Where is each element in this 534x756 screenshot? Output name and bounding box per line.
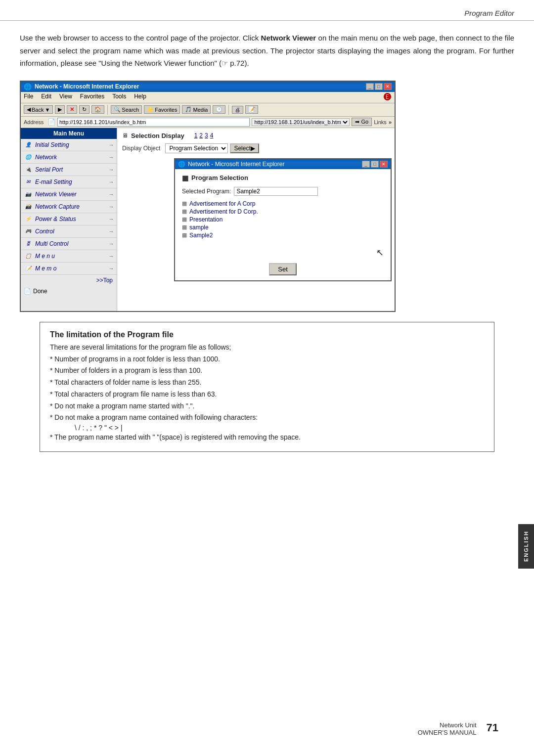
initial-setting-icon: 👤: [24, 140, 33, 149]
back-button[interactable]: ◀ Back ▼: [24, 105, 53, 114]
sidebar-item-serial-port[interactable]: 🔌 Serial Port →: [21, 164, 117, 176]
file-icon-0: ▦: [182, 200, 187, 207]
sidebar-item-network-capture[interactable]: 📸 Network Capture →: [21, 201, 117, 213]
browser-icon: 🌐: [24, 83, 32, 90]
page-num-2[interactable]: 2: [199, 132, 203, 139]
limitation-box: The limitation of the Program file There…: [40, 322, 494, 452]
menu-edit[interactable]: Edit: [41, 93, 51, 102]
titlebar-buttons: _ □ ✕: [366, 83, 392, 90]
page-num-1[interactable]: 1: [194, 132, 198, 139]
program-list-item-2[interactable]: ▦ Presentation: [182, 216, 384, 223]
address-input[interactable]: [57, 118, 250, 127]
menu-help[interactable]: Help: [134, 93, 146, 102]
inner-minimize-button[interactable]: _: [362, 161, 370, 168]
sidebar-label-memo: M e m o: [35, 265, 108, 272]
file-icon-3: ▦: [182, 224, 187, 230]
sidebar-label-email: E-mail Setting: [35, 178, 108, 185]
inner-close-button[interactable]: ✕: [380, 161, 388, 168]
address-dropdown[interactable]: http://192.168.1.201/us/index_b.htm: [252, 118, 350, 126]
go-arrow-icon: ➡: [355, 119, 359, 125]
sidebar-item-menu[interactable]: 📋 M e n u →: [21, 250, 117, 263]
limitation-item-2: * Total characters of folder name is les…: [50, 377, 484, 389]
favorites-button[interactable]: ⭐ Favorites: [144, 105, 180, 114]
menu-file[interactable]: File: [24, 93, 33, 102]
memo-icon: 📝: [24, 264, 33, 273]
arrow-network-viewer-icon: →: [108, 191, 114, 197]
back-dropdown-icon: ▼: [44, 107, 50, 113]
edit-button[interactable]: 📝: [245, 105, 258, 114]
program-name-2: Presentation: [189, 216, 222, 223]
program-selection-heading: Program Selection: [191, 174, 248, 181]
sidebar-item-memo[interactable]: 📝 M e m o →: [21, 263, 117, 275]
browser-titlebar-left: 🌐 Network - Microsoft Internet Explorer: [24, 83, 139, 90]
maximize-button[interactable]: □: [375, 83, 383, 90]
limitation-title: The limitation of the Program file: [50, 330, 484, 339]
inner-titlebar-buttons: _ □ ✕: [362, 161, 388, 168]
close-button[interactable]: ✕: [384, 83, 392, 90]
inner-browser-window: 🌐 Network - Microsoft Internet Explorer …: [174, 158, 392, 281]
arrow-multi-control-icon: →: [108, 241, 114, 247]
intro-paragraph: Use the web browser to access to the con…: [20, 32, 514, 70]
sidebar-item-control[interactable]: 🎮 Control →: [21, 225, 117, 238]
set-button[interactable]: Set: [269, 263, 297, 275]
inner-titlebar: 🌐 Network - Microsoft Internet Explorer …: [175, 159, 391, 169]
refresh-button[interactable]: ↻: [79, 105, 89, 114]
sidebar-item-network[interactable]: 🌐 Network →: [21, 151, 117, 164]
menu-tools[interactable]: Tools: [112, 93, 126, 102]
sidebar-label-network-capture: Network Capture: [35, 203, 108, 210]
home-button[interactable]: 🏠: [91, 105, 104, 114]
menu-favorites[interactable]: Favorites: [80, 93, 104, 102]
go-button[interactable]: ➡ Go: [352, 118, 372, 126]
inner-browser-body: ▦ Program Selection Selected Program: ▦ …: [175, 169, 391, 280]
menu-icon: 📋: [24, 252, 33, 261]
history-button[interactable]: 🕑: [213, 105, 225, 114]
footer-label1: Network Unit: [418, 721, 477, 729]
minimize-button[interactable]: _: [366, 83, 374, 90]
limitation-item-3: * Total characters of program file name …: [50, 389, 484, 400]
print-button[interactable]: 🖨: [232, 106, 243, 114]
address-label: Address: [24, 119, 45, 125]
sidebar-item-network-viewer[interactable]: 📷 Network Viewer →: [21, 188, 117, 201]
page-footer: Network Unit OWNER'S MANUAL 71: [418, 716, 516, 741]
selected-program-input[interactable]: [234, 187, 318, 196]
network-capture-icon: 📸: [24, 202, 33, 211]
favorites-label: Favorites: [155, 107, 177, 113]
browser-addressbar: Address 📄 http://192.168.1.201/us/index_…: [21, 117, 395, 128]
stop-button[interactable]: ✕: [67, 105, 77, 114]
media-label: Media: [193, 107, 208, 113]
program-list-item-0[interactable]: ▦ Advertisement for A Corp: [182, 200, 384, 208]
footer-label2: OWNER'S MANUAL: [418, 729, 477, 736]
arrow-menu-icon: →: [108, 253, 114, 259]
serial-port-icon: 🔌: [24, 165, 33, 174]
forward-button[interactable]: ▶: [55, 105, 65, 114]
browser-window-outer: 🌐 Network - Microsoft Internet Explorer …: [20, 81, 396, 312]
browser-toolbar: ◀ Back ▼ ▶ ✕ ↻ 🏠 🔍 Search ⭐ Favorites: [21, 103, 395, 117]
top-link[interactable]: >>Top: [21, 275, 117, 286]
limitation-item-5: * Do not make a program name contained w…: [50, 412, 484, 424]
selected-program-label: Selected Program:: [182, 188, 231, 195]
back-label: Back: [32, 107, 44, 113]
page-num-4[interactable]: 4: [210, 132, 214, 139]
arrow-memo-icon: →: [108, 266, 114, 271]
sidebar-item-email-setting[interactable]: ✉ E-mail Setting →: [21, 176, 117, 188]
selection-display-row: 🖥 Selection Display 1 2 3 4: [122, 132, 390, 139]
search-button[interactable]: 🔍 Search: [111, 105, 142, 114]
limitation-special-chars: \ / : , ; * ? " < > |: [50, 424, 484, 432]
page-num-3[interactable]: 3: [205, 132, 208, 139]
menu-view[interactable]: View: [59, 93, 72, 102]
browser-body: Main Menu 👤 Initial Setting → 🌐 Network …: [21, 128, 395, 311]
inner-maximize-button[interactable]: □: [371, 161, 379, 168]
program-list-item-1[interactable]: ▦ Advertisement for D Corp.: [182, 208, 384, 216]
media-button[interactable]: 🎵 Media: [182, 105, 211, 114]
english-tab: ENGLISH: [518, 524, 534, 569]
program-list-item-3[interactable]: ▦ sample: [182, 223, 384, 231]
sidebar-item-multi-control[interactable]: 🎛 Multi Control →: [21, 238, 117, 250]
sidebar-item-initial-setting[interactable]: 👤 Initial Setting →: [21, 139, 117, 151]
sidebar-item-power-status[interactable]: ⚡ Power & Status →: [21, 213, 117, 225]
select-button[interactable]: Select▶: [230, 143, 259, 153]
display-object-select[interactable]: Program Selection: [165, 143, 228, 153]
done-icon: 📄: [24, 288, 31, 295]
program-list-item-4[interactable]: ▦ Sample2: [182, 231, 384, 239]
program-name-3: sample: [189, 224, 209, 231]
limitation-item-0: * Number of programs in a root folder is…: [50, 354, 484, 365]
